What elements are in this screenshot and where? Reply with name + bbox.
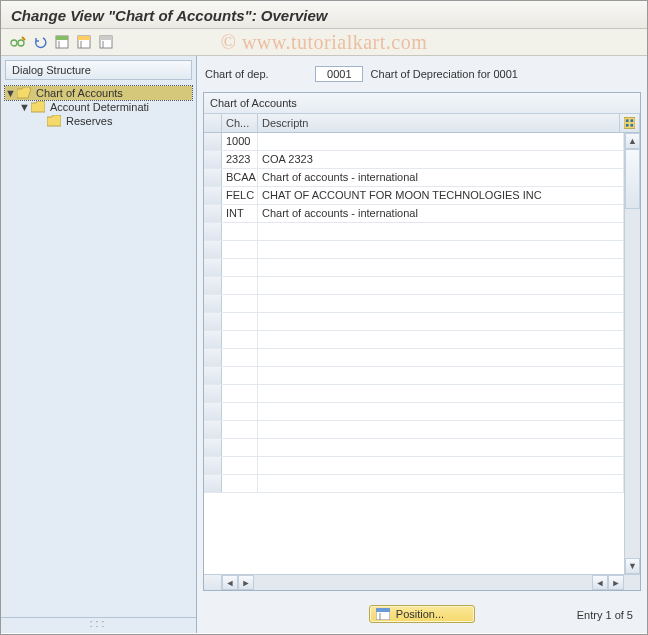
cell-desc[interactable] — [258, 259, 624, 276]
cell-ch[interactable] — [222, 367, 258, 384]
cell-ch[interactable] — [222, 421, 258, 438]
row-selector[interactable] — [204, 457, 222, 474]
scroll-left-icon[interactable]: ◄ — [222, 575, 238, 590]
table-row[interactable]: BCAAChart of accounts - international — [204, 169, 640, 187]
row-selector[interactable] — [204, 241, 222, 258]
table-row[interactable]: FELCCHAT OF ACCOUNT FOR MOON TECHNOLOGIE… — [204, 187, 640, 205]
cell-desc[interactable] — [258, 385, 624, 402]
table-row[interactable] — [204, 331, 640, 349]
cell-desc[interactable] — [258, 133, 624, 150]
table-row[interactable]: 1000 — [204, 133, 640, 151]
cell-ch[interactable] — [222, 475, 258, 492]
cell-ch[interactable] — [222, 403, 258, 420]
table-row[interactable] — [204, 439, 640, 457]
scroll-thumb[interactable] — [625, 149, 640, 209]
grid-header-ch[interactable]: Ch... — [222, 114, 258, 132]
cell-desc[interactable] — [258, 457, 624, 474]
grid-header-mark[interactable] — [204, 114, 222, 132]
cell-desc[interactable] — [258, 223, 624, 240]
row-selector[interactable] — [204, 151, 222, 168]
cell-desc[interactable]: COA 2323 — [258, 151, 624, 168]
cell-desc[interactable] — [258, 349, 624, 366]
table-row[interactable] — [204, 367, 640, 385]
cell-desc[interactable]: Chart of accounts - international — [258, 169, 624, 186]
row-selector[interactable] — [204, 295, 222, 312]
table-row[interactable] — [204, 241, 640, 259]
undo-icon[interactable] — [31, 33, 49, 51]
cell-ch[interactable] — [222, 439, 258, 456]
row-selector[interactable] — [204, 367, 222, 384]
cell-desc[interactable] — [258, 439, 624, 456]
tree-item-0[interactable]: ▼Chart of Accounts — [5, 86, 192, 100]
table-row[interactable] — [204, 403, 640, 421]
row-selector[interactable] — [204, 403, 222, 420]
position-button[interactable]: Position... — [369, 605, 475, 623]
scroll-down-icon[interactable]: ▼ — [625, 558, 640, 574]
tree-item-1[interactable]: ▼Account Determinati — [5, 100, 192, 114]
table-row[interactable]: 2323COA 2323 — [204, 151, 640, 169]
cell-ch[interactable] — [222, 331, 258, 348]
table-row[interactable] — [204, 259, 640, 277]
cell-ch[interactable] — [222, 277, 258, 294]
cell-ch[interactable] — [222, 241, 258, 258]
cell-desc[interactable] — [258, 313, 624, 330]
cell-desc[interactable]: CHAT OF ACCOUNT FOR MOON TECHNOLOGIES IN… — [258, 187, 624, 204]
grid-config-icon[interactable] — [620, 114, 640, 132]
table-row[interactable]: INTChart of accounts - international — [204, 205, 640, 223]
cell-ch[interactable]: BCAA — [222, 169, 258, 186]
sidebar-resize-handle[interactable]: ::: — [1, 617, 196, 633]
vertical-scrollbar[interactable]: ▲ ▼ — [624, 133, 640, 574]
row-selector[interactable] — [204, 475, 222, 492]
table-row[interactable] — [204, 475, 640, 493]
row-selector[interactable] — [204, 439, 222, 456]
tree-item-2[interactable]: Reserves — [5, 114, 192, 128]
scroll-right-icon[interactable]: ► — [238, 575, 254, 590]
row-selector[interactable] — [204, 259, 222, 276]
cell-desc[interactable] — [258, 367, 624, 384]
collapse-icon[interactable]: ▼ — [19, 101, 29, 113]
cell-desc[interactable] — [258, 403, 624, 420]
row-selector[interactable] — [204, 331, 222, 348]
sheet-clear-icon[interactable] — [97, 33, 115, 51]
cell-ch[interactable] — [222, 457, 258, 474]
table-row[interactable] — [204, 421, 640, 439]
cell-desc[interactable] — [258, 295, 624, 312]
horizontal-scrollbar[interactable]: ◄ ► ◄ ► — [204, 574, 640, 590]
table-row[interactable] — [204, 385, 640, 403]
cell-desc[interactable] — [258, 241, 624, 258]
cell-desc[interactable]: Chart of accounts - international — [258, 205, 624, 222]
row-selector[interactable] — [204, 187, 222, 204]
cell-ch[interactable] — [222, 349, 258, 366]
cell-ch[interactable]: 2323 — [222, 151, 258, 168]
collapse-icon[interactable]: ▼ — [5, 87, 15, 99]
cell-ch[interactable]: INT — [222, 205, 258, 222]
table-row[interactable] — [204, 223, 640, 241]
row-selector[interactable] — [204, 313, 222, 330]
table-row[interactable] — [204, 277, 640, 295]
scroll-left2-icon[interactable]: ◄ — [592, 575, 608, 590]
row-selector[interactable] — [204, 133, 222, 150]
table-row[interactable] — [204, 457, 640, 475]
cell-desc[interactable] — [258, 277, 624, 294]
dep-input[interactable]: 0001 — [315, 66, 363, 82]
row-selector[interactable] — [204, 421, 222, 438]
sheet-select-icon[interactable] — [53, 33, 71, 51]
cell-ch[interactable] — [222, 259, 258, 276]
scroll-right2-icon[interactable]: ► — [608, 575, 624, 590]
cell-desc[interactable] — [258, 331, 624, 348]
row-selector[interactable] — [204, 385, 222, 402]
table-row[interactable] — [204, 349, 640, 367]
cell-ch[interactable]: FELC — [222, 187, 258, 204]
table-row[interactable] — [204, 313, 640, 331]
cell-ch[interactable] — [222, 223, 258, 240]
cell-ch[interactable] — [222, 385, 258, 402]
grid-header-desc[interactable]: Descriptn — [258, 114, 620, 132]
row-selector[interactable] — [204, 223, 222, 240]
cell-ch[interactable] — [222, 313, 258, 330]
row-selector[interactable] — [204, 169, 222, 186]
cell-ch[interactable]: 1000 — [222, 133, 258, 150]
row-selector[interactable] — [204, 277, 222, 294]
table-row[interactable] — [204, 295, 640, 313]
cell-ch[interactable] — [222, 295, 258, 312]
scroll-up-icon[interactable]: ▲ — [625, 133, 640, 149]
